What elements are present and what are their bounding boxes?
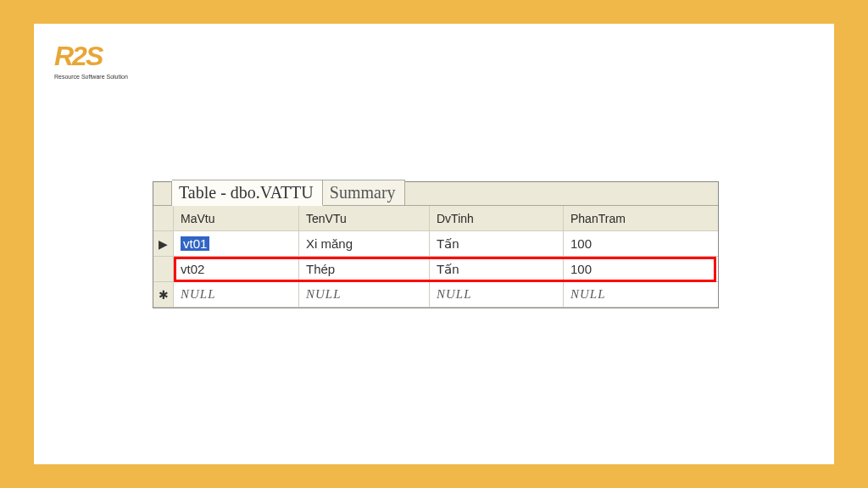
tab-spacer xyxy=(153,182,172,205)
row-marker-header xyxy=(153,206,174,230)
table-row[interactable]: ▶ vt01 Xi măng Tấn 100 xyxy=(153,231,718,257)
grid-cell[interactable]: NULL xyxy=(430,282,564,307)
grid-cell[interactable]: 100 xyxy=(564,231,718,256)
grid-cell[interactable]: Thép xyxy=(299,257,430,281)
logo: R2S Resource Software Solution xyxy=(54,41,128,80)
grid-header-row: MaVtu TenVTu DvTinh PhanTram xyxy=(153,206,718,231)
grid-cell[interactable]: NULL xyxy=(174,282,299,307)
tab-table[interactable]: Table - dbo.VATTU xyxy=(172,180,323,206)
grid-cell[interactable]: NULL xyxy=(564,282,718,307)
grid-body: MaVtu TenVTu DvTinh PhanTram ▶ vt01 Xi m… xyxy=(153,206,718,308)
tab-bar: Table - dbo.VATTU Summary xyxy=(153,182,718,206)
data-grid-window: Table - dbo.VATTU Summary MaVtu TenVTu D… xyxy=(153,181,719,308)
row-marker xyxy=(153,257,174,281)
grid-cell[interactable]: vt02 xyxy=(174,257,299,281)
logo-text: R2S xyxy=(54,41,102,72)
column-header[interactable]: DvTinh xyxy=(430,206,564,230)
grid-cell[interactable]: Xi măng xyxy=(299,231,430,256)
column-header[interactable]: MaVtu xyxy=(174,206,299,230)
tab-summary[interactable]: Summary xyxy=(323,180,405,205)
grid-cell[interactable]: NULL xyxy=(299,282,430,307)
grid-cell[interactable]: 100 xyxy=(564,257,718,281)
grid-cell[interactable]: Tấn xyxy=(430,257,564,281)
grid-cell[interactable]: Tấn xyxy=(430,231,564,256)
tab-label: Table - dbo.VATTU xyxy=(179,183,314,202)
row-marker-current-icon: ▶ xyxy=(153,231,174,256)
column-header[interactable]: PhanTram xyxy=(564,206,718,230)
column-header[interactable]: TenVTu xyxy=(299,206,430,230)
tab-label: Summary xyxy=(330,183,396,202)
table-row-new[interactable]: ✱ NULL NULL NULL NULL xyxy=(153,282,718,308)
table-row[interactable]: vt02 Thép Tấn 100 xyxy=(153,257,718,282)
grid-cell[interactable]: vt01 xyxy=(174,231,299,256)
selected-cell-value: vt01 xyxy=(181,236,209,251)
logo-subtitle: Resource Software Solution xyxy=(54,74,128,80)
row-marker-new-icon: ✱ xyxy=(153,282,174,307)
